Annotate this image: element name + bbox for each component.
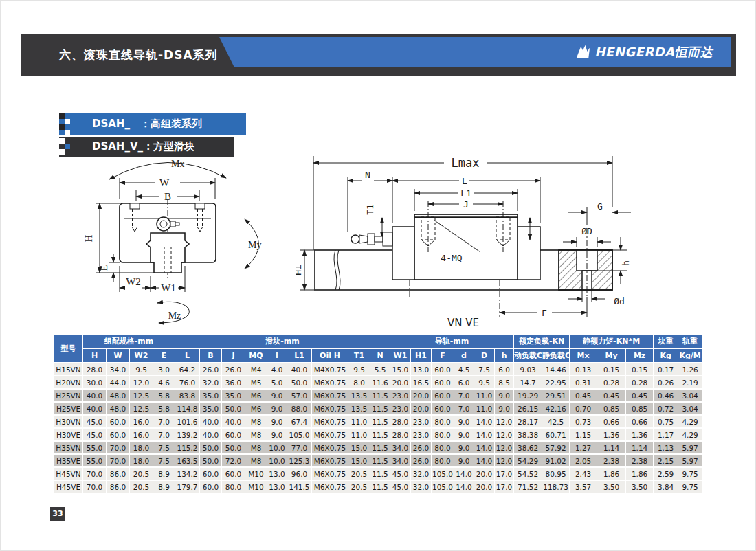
value-cell: 12.0	[495, 416, 513, 427]
value-cell: 2.38	[597, 455, 625, 466]
value-cell: 7.0	[153, 416, 175, 427]
value-cell: 11.5	[370, 455, 390, 466]
value-cell: 105.0	[432, 468, 454, 480]
dim-label-w2: W2	[126, 276, 141, 287]
value-cell: 28.0	[83, 363, 106, 375]
column-header: My	[597, 349, 625, 362]
value-cell: M10	[245, 468, 267, 480]
dim-label-l: L	[462, 176, 467, 186]
value-cell: 70.0	[83, 468, 106, 480]
column-header: H	[83, 349, 106, 362]
value-cell: 42.16	[542, 403, 569, 414]
value-cell: 0.15	[597, 363, 625, 375]
value-cell: 11.5	[370, 481, 390, 493]
value-cell: 5.8	[153, 403, 175, 414]
value-cell: 26.15	[514, 403, 542, 414]
value-cell: 1.17	[654, 429, 678, 440]
value-cell: M6X0.75	[312, 390, 348, 401]
value-cell: 12.0	[130, 376, 153, 388]
value-cell: 20.0	[474, 468, 494, 480]
checker-decoration	[59, 113, 65, 119]
value-cell: 22.95	[542, 376, 569, 388]
value-cell: 20.5	[130, 468, 153, 480]
value-cell: 9.75	[678, 468, 702, 480]
value-cell: 16.5	[411, 376, 431, 388]
checker-decoration	[59, 138, 65, 144]
column-header: J	[222, 349, 245, 362]
value-cell: 70.0	[107, 455, 129, 466]
value-cell: 12.5	[130, 390, 153, 401]
value-cell: 35.0	[200, 390, 221, 401]
value-cell: 11.5	[370, 403, 390, 414]
value-cell: 9.5	[348, 363, 370, 375]
column-header: W2	[130, 349, 153, 362]
value-cell: 7.5	[474, 363, 494, 375]
value-cell: M8	[245, 455, 267, 466]
value-cell: 2.05	[570, 455, 597, 466]
brand-logo-text: HENGERDA恒而达	[594, 44, 713, 60]
dim-label-my: My	[248, 240, 261, 250]
value-cell: 34.0	[390, 442, 410, 453]
value-cell: 15.0	[348, 455, 370, 466]
value-cell: M6X0.75	[312, 416, 348, 427]
value-cell: 60.0	[432, 376, 454, 388]
value-cell: 1.14	[626, 442, 653, 453]
column-header: Mx	[570, 349, 597, 362]
value-cell: 9.0	[454, 429, 474, 440]
value-cell: 2.15	[654, 455, 678, 466]
table-row: H25VN40.048.012.55.883.835.035.0M69.057.…	[54, 390, 702, 401]
catalog-page: 六、滚珠直线导轨-DSA系列 HENGERDA恒而达 DSAH_ ：高组装系列 …	[0, 0, 756, 551]
value-cell: 20.0	[474, 481, 494, 493]
value-cell: 11.5	[370, 390, 390, 401]
table-row: H45VE70.086.020.58.9179.760.080.0M1013.0…	[54, 481, 702, 493]
dim-label-l1: L1	[460, 188, 471, 199]
page-number-badge: 33	[50, 507, 65, 521]
model-cell: H15VN	[54, 363, 82, 375]
column-header: T1	[348, 349, 370, 362]
table-subheader-row: HWW2ELBJMQlL1Oil HT1NW1H1FdDh动负载C静负载C0Mx…	[54, 349, 702, 362]
value-cell: 3.04	[678, 390, 702, 401]
value-cell: M6X0.75	[312, 468, 348, 480]
value-cell: 60.0	[107, 416, 129, 427]
checker-decoration	[65, 130, 70, 135]
value-cell: M6X0.75	[312, 455, 348, 466]
value-cell: 9.03	[514, 363, 542, 375]
model-cell: H35VE	[54, 455, 82, 466]
value-cell: 60.0	[432, 363, 454, 375]
group-header-rail-weight: 轨重	[678, 335, 702, 348]
lion-logo-icon	[575, 44, 591, 60]
column-header: W1	[390, 349, 410, 362]
column-header: L1	[287, 349, 311, 362]
value-cell: 5.0	[267, 376, 287, 388]
value-cell: 72.0	[222, 455, 245, 466]
value-cell: 32.0	[200, 376, 221, 388]
value-cell: 80.95	[542, 468, 569, 480]
value-cell: 60.0	[107, 429, 129, 440]
value-cell: 0.85	[626, 403, 653, 414]
value-cell: 7.5	[153, 442, 175, 453]
value-cell: 86.0	[107, 468, 129, 480]
value-cell: 12.5	[130, 403, 153, 414]
value-cell: 20.0	[390, 376, 410, 388]
value-cell: 6.0	[454, 376, 474, 388]
value-cell: 0.28	[597, 376, 625, 388]
dim-label-mq: 4-MQ	[441, 253, 462, 263]
value-cell: 20.5	[130, 481, 153, 493]
value-cell: 71.52	[514, 481, 542, 493]
value-cell: 3.0	[153, 363, 175, 375]
value-cell: 26.0	[411, 442, 431, 453]
column-header: H1	[411, 349, 431, 362]
dim-label-mz: Mz	[168, 311, 181, 321]
value-cell: 34.0	[390, 455, 410, 466]
header-banner: 六、滚珠直线导轨-DSA系列 HENGERDA恒而达	[21, 34, 736, 76]
value-cell: 14.7	[514, 376, 542, 388]
value-cell: 13.0	[411, 363, 431, 375]
value-cell: 57.92	[542, 442, 569, 453]
value-cell: 28.0	[390, 416, 410, 427]
table-row: H25VE40.048.012.55.8114.835.050.0M69.088…	[54, 403, 702, 414]
value-cell: 14.0	[474, 455, 494, 466]
value-cell: 0.75	[654, 416, 678, 427]
value-cell: 44.0	[107, 376, 129, 388]
value-cell: 30.0	[83, 376, 106, 388]
value-cell: 80.0	[432, 429, 454, 440]
